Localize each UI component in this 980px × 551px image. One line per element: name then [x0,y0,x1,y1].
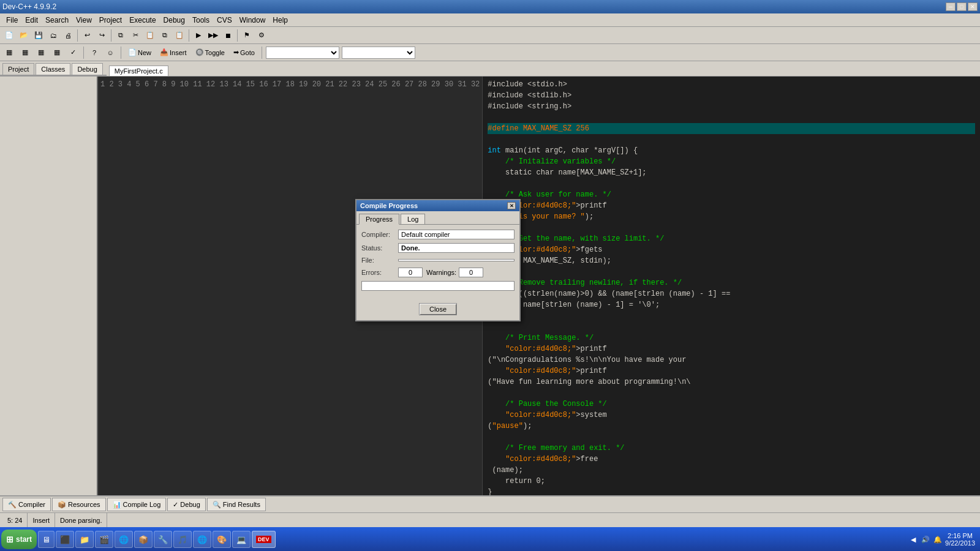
tb-undo[interactable]: ↩ [80,29,94,42]
start-label: start [16,535,32,544]
menu-bar: File Edit Search View Project Execute De… [0,13,980,27]
menu-project[interactable]: Project [96,15,126,26]
menu-file[interactable]: File [2,15,21,26]
taskbar-item-devcpp[interactable]: DEV [252,531,276,548]
tb-grid4[interactable]: ▦ [50,46,64,59]
errors-row: Errors: 0 Warnings: 0 [361,268,514,277]
system-clock[interactable]: 2:16 PM 9/22/2013 [945,532,975,547]
tb-save-all[interactable]: 🗂 [47,29,60,42]
taskbar-item-cmd[interactable]: ⬛ [56,531,74,548]
browser-icon: 🌐 [197,535,207,544]
tb-grid2[interactable]: ▦ [18,46,32,59]
tb-insert-label: Insert [170,49,187,56]
compiler-tab-icon: 🔨 [8,501,17,509]
tb-cut[interactable]: ✂ [129,29,142,42]
tb-flag[interactable]: ⚑ [240,29,254,42]
dialog-body: Compiler: Default compiler Status: Done.… [356,225,519,301]
menu-tools[interactable]: Tools [189,15,213,26]
menu-search[interactable]: Search [42,15,72,26]
windows-logo-icon: ⊞ [6,534,13,544]
progress-bar [361,281,514,291]
menu-view[interactable]: View [72,15,96,26]
tb-copy2[interactable]: ⧉ [158,29,172,42]
tb-save[interactable]: 💾 [32,29,45,42]
menu-edit[interactable]: Edit [21,15,42,26]
menu-window[interactable]: Window [236,15,270,26]
find-results-tab-icon: 🔍 [213,501,221,509]
tb-stop[interactable]: ⏹ [221,29,235,42]
tb-sep7 [262,47,262,59]
tb-compile[interactable]: ▶ [192,29,205,42]
bottom-tab-compile-log[interactable]: 📊 Compile Log [107,498,167,511]
sys-tray-arrow[interactable]: ◀ [908,534,918,544]
tb-help[interactable]: ? [88,46,101,59]
tb-grid3[interactable]: ▦ [34,46,48,59]
file-tabs-bar: MyFirstProject.c [107,61,980,76]
menu-help[interactable]: Help [269,15,292,26]
bottom-tab-resources[interactable]: 📦 Resources [52,498,106,511]
tab-classes[interactable]: Classes [36,63,70,75]
compile-log-tab-label: Compile Log [123,501,161,508]
tb-insert-icon: 📥 [160,48,168,56]
bottom-tab-compiler[interactable]: 🔨 Compiler [2,498,51,511]
taskbar-item-vm[interactable]: 💻 [232,531,251,548]
dialog-tab-progress[interactable]: Progress [359,214,399,225]
status-bar: 5: 24 Insert Done parsing. [0,512,980,527]
tb-run[interactable]: ▶▶ [206,29,220,42]
taskbar-item-paint[interactable]: 🎨 [213,531,231,548]
tb-redo[interactable]: ↪ [95,29,108,42]
taskbar-item-media[interactable]: 🎬 [95,531,113,548]
tb-paste2[interactable]: 📋 [173,29,186,42]
status-label: Status: [361,244,398,252]
tb-check[interactable]: ✓ [66,46,80,59]
status-position: 5: 24 [2,513,28,527]
file-row: File: [361,257,514,264]
tb-step[interactable]: ⚙ [255,29,268,42]
taskbar-item-app[interactable]: 🔧 [154,531,172,548]
title-bar-buttons: ─ □ ✕ [946,2,978,11]
menu-execute[interactable]: Execute [126,15,159,26]
tb-open[interactable]: 📂 [17,29,31,42]
menu-cvs[interactable]: CVS [213,15,236,26]
tb-goto-btn[interactable]: ➡ Goto [230,47,258,58]
minimize-button[interactable]: ─ [946,2,956,11]
taskbar-item-browser[interactable]: 🌐 [193,531,211,548]
tb-toggle-icon: 🔘 [195,48,204,56]
dialog-close-button[interactable]: Close [419,303,457,315]
media-icon: 🎬 [99,535,109,544]
tb-print[interactable]: 🖨 [61,29,75,42]
close-button[interactable]: ✕ [968,2,978,11]
tb-insert-btn[interactable]: 📥 Insert [157,47,190,58]
dialog-close-row: Close [356,301,519,320]
taskbar-item-music[interactable]: 🎵 [173,531,192,548]
tab-debug[interactable]: Debug [72,63,102,75]
warnings-label: Warnings: [426,269,456,276]
tb-sep3 [189,29,189,42]
maximize-button[interactable]: □ [957,2,967,11]
tb-copy[interactable]: ⧉ [114,29,127,42]
taskbar-item-explorer[interactable]: 📁 [75,531,94,548]
tb-grid1[interactable]: ▦ [2,46,16,59]
tb-new-btn[interactable]: 📄 New [125,47,154,58]
taskbar-item-terminal[interactable]: 🖥 [38,531,55,548]
tb-paste[interactable]: 📋 [143,29,157,42]
tab-project[interactable]: Project [2,63,34,75]
terminal-icon: 🖥 [42,535,50,544]
toolbar1: 📄 📂 💾 🗂 🖨 ↩ ↪ ⧉ ✂ 📋 ⧉ 📋 ▶ ▶▶ ⏹ ⚑ ⚙ [0,27,980,44]
tb-toggle-btn[interactable]: 🔘 Toggle [192,47,228,58]
tb-info[interactable]: ☺ [104,46,117,59]
tb-new-file[interactable]: 📄 [2,29,16,42]
file-tab-main[interactable]: MyFirstProject.c [109,66,168,76]
taskbar-item-archive[interactable]: 📦 [134,531,153,548]
dialog-tab-log[interactable]: Log [401,214,425,224]
combo1[interactable] [266,47,339,59]
combo2[interactable] [342,47,415,59]
tb-goto-icon: ➡ [233,48,239,56]
taskbar-item-ball[interactable]: 🌐 [115,531,133,548]
menu-debug[interactable]: Debug [160,15,189,26]
dialog-close-icon-btn[interactable]: ✕ [507,202,516,209]
bottom-tab-find-results[interactable]: 🔍 Find Results [207,498,266,511]
bottom-tab-debug[interactable]: ✓ Debug [167,498,205,511]
start-button[interactable]: ⊞ start [1,530,37,549]
dialog-title-text: Compile Progress [360,202,418,209]
